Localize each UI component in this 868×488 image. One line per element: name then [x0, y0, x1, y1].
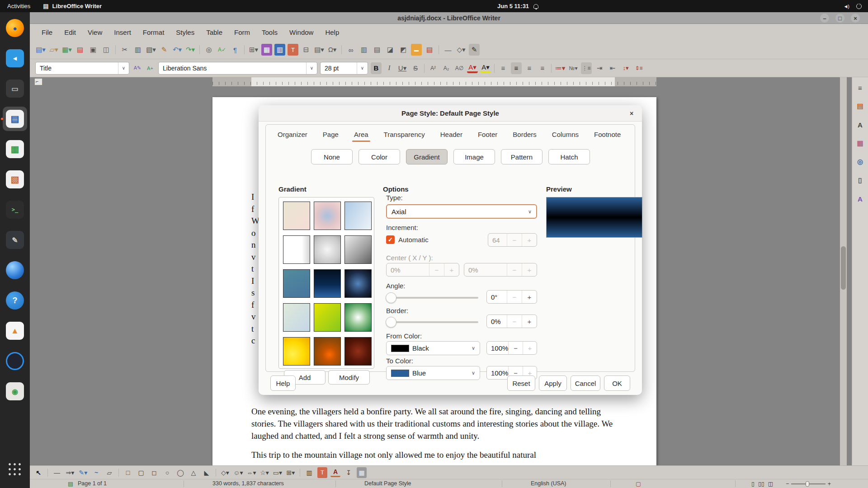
- fill-type-button[interactable]: Gradient: [406, 149, 448, 164]
- gradient-swatch[interactable]: [314, 202, 341, 230]
- copy-icon[interactable]: ▥: [132, 44, 143, 56]
- right-triangle-icon[interactable]: ◣: [202, 467, 212, 478]
- fontwork-icon[interactable]: A: [330, 468, 340, 477]
- page-count[interactable]: Page 1 of 1: [78, 480, 107, 487]
- center-y-stepper[interactable]: 0% − +: [464, 263, 537, 277]
- automatic-checkbox[interactable]: ✓: [386, 235, 395, 244]
- cancel-button[interactable]: Cancel: [571, 375, 600, 391]
- sidebar-menu-icon[interactable]: ≡: [854, 82, 866, 94]
- new-document-icon[interactable]: ▤▾: [35, 44, 46, 56]
- separator[interactable]: [244, 45, 245, 54]
- slider-thumb[interactable]: [386, 292, 396, 303]
- increment-icon[interactable]: +: [522, 291, 537, 303]
- spelling-icon[interactable]: A✓: [217, 44, 227, 56]
- properties-icon[interactable]: ▤: [854, 100, 866, 112]
- zoom-slider[interactable]: − +: [786, 481, 831, 487]
- border-stepper[interactable]: 0% − +: [486, 314, 537, 328]
- separator[interactable]: [118, 469, 119, 477]
- clock[interactable]: Jun 5 11:31: [497, 3, 538, 9]
- dialog-tab[interactable]: Area: [348, 127, 375, 143]
- gallery-icon[interactable]: ▦: [854, 137, 866, 149]
- separator[interactable]: [199, 45, 200, 54]
- dialog-tab[interactable]: Borders: [506, 127, 543, 143]
- fill-type-button[interactable]: None: [311, 149, 353, 164]
- gradient-swatch[interactable]: [344, 235, 372, 264]
- reset-button[interactable]: Reset: [507, 375, 535, 391]
- print-icon[interactable]: ▣: [88, 44, 99, 56]
- bullet-list-icon[interactable]: ≔▾: [555, 62, 566, 74]
- arrow-icon[interactable]: ⇒▾: [65, 467, 75, 478]
- dialog-tab[interactable]: Organizer: [271, 127, 314, 143]
- show-draw-functions-icon[interactable]: ✎: [469, 44, 480, 56]
- footnote-icon[interactable]: ▥: [359, 44, 369, 56]
- gradient-swatch[interactable]: [283, 337, 310, 366]
- clone-formatting-icon[interactable]: ✎: [159, 44, 170, 56]
- insert-textbox-icon[interactable]: T: [317, 467, 327, 478]
- fill-type-button[interactable]: Color: [359, 149, 400, 164]
- angle-stepper[interactable]: 0° − +: [486, 290, 537, 304]
- bold-icon[interactable]: B: [371, 62, 382, 74]
- gradient-swatch[interactable]: [344, 303, 372, 332]
- circle-icon[interactable]: ○: [162, 467, 172, 478]
- increment-icon[interactable]: +: [444, 263, 459, 276]
- libreoffice-impress-icon[interactable]: ▧: [3, 167, 27, 192]
- formatting-marks-icon[interactable]: ¶: [230, 44, 241, 56]
- new-style-icon[interactable]: A+: [145, 62, 156, 74]
- paste-icon[interactable]: ▧▾: [146, 44, 156, 56]
- multi-page-view-icon[interactable]: ▯▯: [758, 480, 764, 487]
- export-pdf-icon[interactable]: ▤: [75, 44, 85, 56]
- outline-list-icon[interactable]: ⋮≡: [581, 62, 592, 74]
- book-view-icon[interactable]: ◫: [768, 480, 774, 487]
- insert-field-icon[interactable]: ▤▾: [314, 44, 325, 56]
- word-count[interactable]: 330 words, 1,837 characters: [212, 480, 284, 487]
- dialog-titlebar[interactable]: Page Style: Default Page Style ×: [259, 105, 642, 122]
- triangle-icon[interactable]: △: [189, 467, 198, 478]
- clear-formatting-icon[interactable]: A∅: [454, 62, 465, 74]
- center-x-stepper[interactable]: 0% − +: [386, 263, 459, 277]
- selection-mode-icon[interactable]: ▢: [636, 480, 641, 487]
- decrement-icon[interactable]: −: [507, 315, 522, 328]
- from-color-select[interactable]: Black ∨: [386, 341, 480, 355]
- menu-item[interactable]: Help: [320, 27, 344, 38]
- page-break-icon[interactable]: ⊟: [301, 44, 311, 56]
- dialog-tab[interactable]: Header: [434, 127, 469, 143]
- zoom-out-icon[interactable]: −: [786, 481, 789, 487]
- image-placeholder-icon[interactable]: ▦: [357, 467, 367, 478]
- from-color-percent-stepper[interactable]: 100% − +: [486, 341, 537, 355]
- decrement-icon[interactable]: −: [507, 291, 522, 303]
- increment-stepper[interactable]: 64 − +: [488, 233, 537, 247]
- decrease-indent-icon[interactable]: ⇤: [607, 62, 618, 74]
- cut-icon[interactable]: ✂: [119, 44, 130, 56]
- software-store-icon[interactable]: ◉: [3, 379, 27, 404]
- zoom-in-icon[interactable]: +: [828, 481, 831, 487]
- power-icon[interactable]: [856, 4, 862, 9]
- find-replace-icon[interactable]: ◎: [203, 44, 214, 56]
- menu-item[interactable]: Table: [201, 27, 228, 38]
- ok-button[interactable]: OK: [604, 375, 630, 391]
- italic-icon[interactable]: I: [384, 62, 395, 74]
- vertical-scrollbar[interactable]: [840, 77, 847, 465]
- menu-item[interactable]: Form: [229, 27, 255, 38]
- paragraph-style-combo[interactable]: Title∨: [35, 62, 129, 75]
- fill-type-button[interactable]: Image: [453, 149, 495, 164]
- close-button[interactable]: ×: [851, 14, 860, 23]
- block-arrows-icon[interactable]: ⇔▾: [246, 467, 256, 478]
- vlc-icon[interactable]: ▲: [3, 319, 27, 343]
- gradient-swatch[interactable]: [344, 337, 372, 366]
- to-color-select[interactable]: Blue ∨: [386, 366, 480, 380]
- separator[interactable]: [300, 469, 300, 477]
- modify-button[interactable]: Modify: [328, 370, 370, 385]
- print-preview-icon[interactable]: ◫: [101, 44, 112, 56]
- paragraph-spacing-icon[interactable]: ↕▾: [620, 62, 631, 74]
- menu-item[interactable]: File: [36, 27, 58, 38]
- restore-button[interactable]: □: [835, 14, 844, 23]
- undo-icon[interactable]: ↶▾: [172, 44, 183, 56]
- decrement-icon[interactable]: −: [508, 342, 522, 354]
- dialog-close-icon[interactable]: ×: [627, 108, 637, 118]
- gradient-swatch[interactable]: [283, 269, 310, 298]
- redo-icon[interactable]: ↷▾: [185, 44, 196, 56]
- line-spacing-icon[interactable]: ⇕≡: [633, 62, 644, 74]
- files-app-icon[interactable]: ▭: [3, 76, 27, 101]
- status-sidebar-icon[interactable]: ▤: [68, 480, 73, 487]
- strikethrough-icon[interactable]: S: [410, 62, 421, 74]
